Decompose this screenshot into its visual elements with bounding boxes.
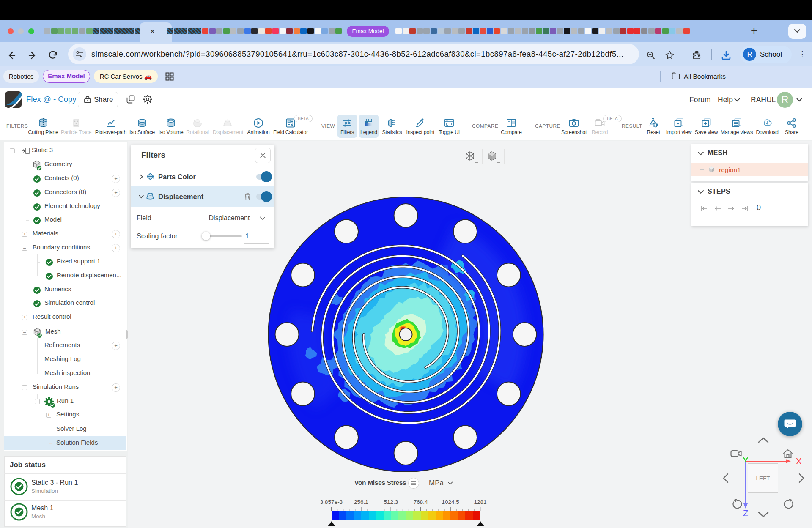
svg-text:Z: Z — [743, 509, 748, 518]
svg-text:X: X — [796, 457, 801, 466]
